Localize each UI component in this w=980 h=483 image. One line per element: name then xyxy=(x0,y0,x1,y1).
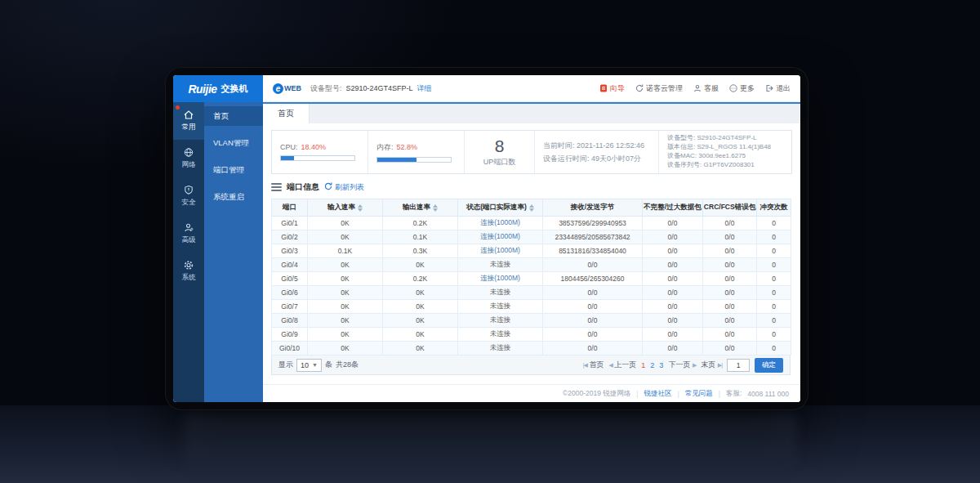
table-cell: 0 xyxy=(757,258,791,272)
service-label: 客服: xyxy=(726,389,742,399)
sidebar-item-label: 安全 xyxy=(182,198,196,208)
sort-icon[interactable] xyxy=(529,204,534,212)
sidebar-item-system[interactable]: 系统 xyxy=(173,253,204,290)
app-header: Ruijie 交换机 e WEB 设备型号: S2910-24GT4SFP-L … xyxy=(173,75,800,102)
confirm-button[interactable]: 确定 xyxy=(755,358,783,373)
submenu-item-port[interactable]: 端口管理 xyxy=(204,160,263,180)
community-link[interactable]: 锐捷社区 xyxy=(644,389,671,399)
table-row: Gi0/40K0K未连接0/00/00/00 xyxy=(272,258,791,272)
goto-page-input[interactable] xyxy=(727,359,750,372)
up-ports-stat: 8 UP端口数 xyxy=(465,131,535,173)
sidebar-item-network[interactable]: 网络 xyxy=(173,140,204,177)
next-page-button[interactable]: 下一页 ▶ xyxy=(668,360,696,370)
table-cell: 85131816/334854040 xyxy=(543,244,643,258)
menu-icon[interactable] xyxy=(271,183,282,191)
table-cell: 0.2K xyxy=(383,217,458,230)
sort-icon[interactable] xyxy=(358,204,363,212)
table-cell: 0/0 xyxy=(703,272,757,286)
last-page-button[interactable]: 末页 ▶| xyxy=(701,360,722,370)
sidebar-item-label: 常用 xyxy=(182,123,196,132)
shield-icon xyxy=(183,185,194,195)
detail-link[interactable]: 详细 xyxy=(417,83,432,94)
page-number-1[interactable]: 1 xyxy=(641,361,645,369)
table-cell: Gi0/6 xyxy=(272,286,308,300)
table-cell: 0K xyxy=(383,286,458,300)
port-section-title: 端口信息 xyxy=(287,181,319,193)
table-cell: 0/0 xyxy=(543,300,643,314)
submenu-item-vlan[interactable]: VLAN管理 xyxy=(204,133,263,153)
main-area: 首页 CPU: 18.40% 内存: 52.8% xyxy=(263,102,800,402)
more-button[interactable]: 更多 xyxy=(729,83,755,94)
col-output-rate: 输出速率 xyxy=(383,199,458,217)
sort-icon[interactable] xyxy=(433,204,438,212)
cloud-sync-icon xyxy=(635,84,644,92)
refresh-icon xyxy=(324,182,332,192)
monitor-bezel: Ruijie 交换机 e WEB 设备型号: S2910-24GT4SFP-L … xyxy=(165,67,808,410)
prev-page-icon: ◀ xyxy=(608,362,612,368)
brand-name: Ruijie xyxy=(188,83,216,96)
table-cell: 0K xyxy=(308,230,383,244)
table-cell: 0/0 xyxy=(703,314,757,328)
table-cell: 连接(1000M) xyxy=(458,244,543,258)
support-button[interactable]: 客服 xyxy=(693,83,719,94)
faq-link[interactable]: 常见问题 xyxy=(685,389,713,399)
eweb-logo: e WEB xyxy=(273,83,301,94)
next-page-icon: ▶ xyxy=(693,362,696,368)
sidebar-submenu: 首页 VLAN管理 端口管理 系统重启 xyxy=(204,102,263,402)
table-cell: 0/0 xyxy=(543,258,643,272)
uptime-value: 49天0小时07分 xyxy=(591,154,641,163)
page-number-2[interactable]: 2 xyxy=(650,361,654,369)
table-cell: 0/0 xyxy=(703,258,757,272)
logout-button[interactable]: 退出 xyxy=(765,83,791,94)
info-label: 版本信息: xyxy=(667,143,695,150)
table-cell: Gi0/4 xyxy=(272,258,308,272)
table-cell: Gi0/8 xyxy=(272,314,308,328)
prev-page-button[interactable]: ◀ 上一页 xyxy=(608,360,636,370)
person-gear-icon xyxy=(183,222,194,233)
table-cell: 0 xyxy=(757,328,791,342)
table-cell: 未连接 xyxy=(458,300,543,314)
separator: | xyxy=(636,390,638,398)
cloud-manage-button[interactable]: 诺客云管理 xyxy=(635,83,683,94)
table-cell: 0K xyxy=(383,342,458,356)
memory-value: 52.8% xyxy=(397,143,418,151)
sidebar-item-security[interactable]: 安全 xyxy=(173,177,204,215)
wizard-button[interactable]: 向导 xyxy=(599,83,625,94)
up-ports-label: UP端口数 xyxy=(483,157,516,168)
table-cell: 0K xyxy=(383,258,458,272)
first-page-icon: |◀ xyxy=(583,362,587,368)
table-cell: 0/0 xyxy=(643,328,703,342)
sidebar-item-common[interactable]: 常用 xyxy=(173,102,204,140)
page-size-select[interactable]: 10 ▼ xyxy=(296,359,322,372)
brand-suffix: 交换机 xyxy=(221,83,248,95)
eweb-icon: e xyxy=(273,83,283,94)
col-collisions: 冲突次数 xyxy=(757,199,791,217)
submenu-item-home[interactable]: 首页 xyxy=(204,106,263,126)
table-cell: 0/0 xyxy=(643,244,703,258)
page-number-3[interactable]: 3 xyxy=(659,361,663,369)
table-cell: 0K xyxy=(308,258,383,272)
tab-home[interactable]: 首页 xyxy=(263,104,310,123)
table-cell: 0K xyxy=(308,300,383,314)
memory-progress-bar xyxy=(376,157,452,163)
page-size-value: 10 xyxy=(301,361,309,369)
refresh-list-button[interactable]: 刷新列表 xyxy=(324,182,364,193)
first-page-button[interactable]: |◀ 首页 xyxy=(583,360,604,370)
table-row: Gi0/30.1K0.3K连接(1000M)85131816/334854040… xyxy=(272,244,791,258)
info-label: 设备型号: xyxy=(667,134,695,141)
table-cell: 0/0 xyxy=(703,244,757,258)
submenu-item-restart[interactable]: 系统重启 xyxy=(204,187,263,207)
gear-icon xyxy=(183,260,194,271)
table-cell: Gi0/1 xyxy=(272,217,308,230)
sidebar-item-advanced[interactable]: 高级 xyxy=(173,215,204,253)
col-port: 端口 xyxy=(272,199,308,217)
table-cell: 0/0 xyxy=(703,328,757,342)
home-icon xyxy=(183,110,194,120)
copyright-text: ©2000-2019 锐捷网络 xyxy=(563,389,630,399)
table-cell: 0K xyxy=(308,217,383,230)
table-cell: 连接(1000M) xyxy=(458,217,543,230)
table-cell: 0 xyxy=(757,217,791,230)
cpu-progress-bar xyxy=(280,155,355,161)
col-status: 状态(端口实际速率) xyxy=(458,199,543,217)
support-label: 客服 xyxy=(704,83,719,94)
